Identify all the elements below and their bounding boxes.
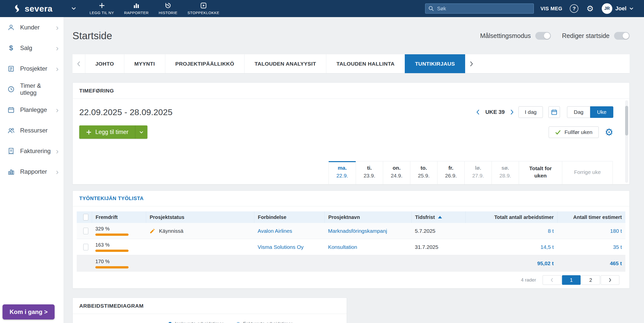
day-date: 22.9.: [329, 173, 356, 179]
settings-gear-icon[interactable]: ⚙: [586, 5, 594, 13]
next-week-chevron-icon[interactable]: [509, 108, 515, 116]
column-header-progress[interactable]: Fremdrift: [92, 211, 146, 223]
add-new-button[interactable]: LEGG TIL NY: [85, 0, 119, 17]
day-tab-monday[interactable]: ma. 22.9.: [329, 161, 356, 184]
sidebar-item-fakturering[interactable]: Fakturering ›: [0, 141, 64, 161]
calendar-icon: [551, 109, 557, 115]
chevron-right-icon: ›: [56, 44, 59, 52]
sidebar-item-label: Rapporter: [20, 168, 56, 175]
total-hours-link[interactable]: 8 t: [548, 228, 554, 234]
row-checkbox[interactable]: [83, 244, 88, 250]
row-checkbox[interactable]: [83, 228, 88, 234]
connection-link[interactable]: Visma Solutions Oy: [258, 244, 304, 250]
day-tab-thursday[interactable]: to. 25.9.: [410, 161, 437, 184]
goal-mode-label: Målsettingsmodus: [480, 32, 531, 39]
sidebar-item-salg[interactable]: $ Salg ›: [0, 38, 64, 58]
user-name[interactable]: Joel: [615, 5, 626, 12]
calendar-picker-button[interactable]: [548, 106, 560, 118]
show-me-button[interactable]: VIS MEG: [540, 6, 562, 12]
reports-button[interactable]: RAPPORTER: [119, 0, 154, 17]
edit-home-toggle[interactable]: [614, 32, 630, 40]
page-button-2[interactable]: 2: [581, 275, 600, 285]
sidebar-item-rapporter[interactable]: Rapporter ›: [0, 161, 64, 182]
column-header-total-hours[interactable]: Totalt antall arbeidstimer: [465, 211, 557, 223]
tab-tuntikirjaus[interactable]: TUNTIKIRJAUS: [405, 54, 465, 73]
previous-page-button[interactable]: [543, 275, 561, 285]
today-button[interactable]: I dag: [518, 106, 543, 118]
estimated-hours-link[interactable]: 35 t: [613, 244, 622, 250]
sidebar-item-label: Kunder: [20, 24, 56, 31]
widget-title[interactable]: TYÖNTEKIJÄN TYÖLISTA: [73, 191, 629, 206]
add-hours-split-button[interactable]: Legg til timer: [79, 125, 147, 139]
next-page-button[interactable]: [601, 275, 619, 285]
sort-ascending-icon: [438, 216, 442, 218]
day-view-button[interactable]: Dag: [567, 106, 590, 118]
tab-johto[interactable]: JOHTO: [85, 54, 124, 73]
avatar[interactable]: JR: [602, 3, 612, 14]
tabs-scroll-right-icon[interactable]: [465, 54, 478, 73]
day-tab-saturday[interactable]: lø. 27.9.: [464, 161, 492, 184]
week-view-button[interactable]: Uke: [590, 106, 613, 118]
total-hours-link[interactable]: 14,5 t: [540, 244, 554, 250]
estimated-hours-link[interactable]: 180 t: [610, 228, 622, 234]
previous-week-chevron-icon[interactable]: [475, 108, 481, 116]
history-button[interactable]: HISTORIE: [154, 0, 183, 17]
tab-myynti[interactable]: MYYNTI: [124, 54, 165, 73]
widget-scrollbar[interactable]: [625, 100, 628, 183]
progress-cell: 170 %: [92, 259, 146, 268]
scrollbar-thumb[interactable]: [625, 106, 628, 135]
pencil-icon: [149, 228, 155, 234]
chevron-down-icon[interactable]: [71, 7, 76, 10]
get-started-button[interactable]: Kom i gang >: [3, 304, 55, 319]
connection-link[interactable]: Avalon Airlines: [258, 228, 292, 234]
day-tab-wednesday[interactable]: on. 24.9.: [383, 161, 410, 184]
edit-home-label: Rediger startside: [562, 32, 610, 39]
page-button-1[interactable]: 1: [562, 275, 581, 285]
column-header-estimated-hours[interactable]: Antall timer estimert: [557, 211, 625, 223]
day-tab-sunday[interactable]: sø. 28.9.: [492, 161, 519, 184]
status-label: Käynnissä: [159, 228, 183, 234]
legend-label: Fakturerte arbeidstimer: [243, 321, 292, 323]
stopwatch-button[interactable]: STOPPEKLOKKE: [182, 0, 224, 17]
select-all-checkbox[interactable]: [83, 214, 88, 220]
user-menu-chevron-icon[interactable]: [629, 7, 633, 10]
table-row: 329 % Käynnissä Avalon Airlines Marknads…: [77, 223, 625, 239]
day-tab-tuesday[interactable]: ti. 23.9.: [356, 161, 383, 184]
day-tab-friday[interactable]: fr. 26.9.: [437, 161, 464, 184]
widget-title: TIMEFØRING: [73, 83, 629, 99]
chevron-right-icon: ›: [56, 168, 59, 176]
goal-mode-toggle[interactable]: [535, 32, 551, 40]
row-count-label: 4 rader: [521, 277, 536, 283]
project-link[interactable]: Marknadsföringskampanj: [328, 228, 387, 234]
tab-talouden-analyysit[interactable]: TALOUDEN ANALYYSIT: [244, 54, 326, 73]
previous-week-tab[interactable]: Forrige uke: [562, 161, 613, 184]
sidebar: Kunder › $ Salg › Prosjekter › Timer & u…: [0, 17, 64, 323]
project-link[interactable]: Konsultation: [328, 244, 357, 250]
stopwatch-icon: [200, 2, 207, 9]
search-input[interactable]: [425, 4, 534, 14]
sidebar-item-timer-utlegg[interactable]: Timer & utlegg: [0, 79, 64, 100]
sidebar-item-planlegge[interactable]: Planlegge ›: [0, 100, 64, 120]
add-hours-dropdown[interactable]: [135, 125, 147, 139]
complete-week-button[interactable]: Fullfør uken: [549, 126, 599, 138]
reports-label: RAPPORTER: [124, 11, 149, 15]
work-hour-diagram-widget: ARBEIDSTIMEDIAGRAM Innleverte arbeidstim…: [72, 298, 347, 323]
column-header-status[interactable]: Prosjektstatus: [146, 211, 254, 223]
column-header-connection[interactable]: Forbindelse: [254, 211, 325, 223]
column-header-label: Tidsfrist: [415, 214, 435, 220]
tabs-scroll-left-icon[interactable]: [72, 54, 85, 73]
brand[interactable]: severa: [0, 4, 60, 14]
column-header-project[interactable]: Prosjektnavn: [325, 211, 411, 223]
sidebar-item-prosjekter[interactable]: Prosjekter ›: [0, 58, 64, 79]
column-header-deadline[interactable]: Tidsfrist: [411, 211, 465, 223]
sidebar-item-kunder[interactable]: Kunder ›: [0, 17, 64, 38]
week-total-tab[interactable]: Totalt for uken: [519, 161, 562, 184]
tab-projektipaallikko[interactable]: PROJEKTIPÄÄLLIKKÖ: [165, 54, 244, 73]
tab-talouden-hallinta[interactable]: TALOUDEN HALLINTA: [326, 54, 405, 73]
add-hours-button[interactable]: Legg til timer: [79, 125, 135, 139]
progress-bar: [95, 266, 129, 268]
sidebar-item-ressurser[interactable]: Ressurser: [0, 120, 64, 141]
help-icon[interactable]: ?: [570, 4, 578, 13]
widget-settings-gear-icon[interactable]: ⚙: [605, 127, 613, 137]
progress-value: 329 %: [95, 226, 129, 232]
